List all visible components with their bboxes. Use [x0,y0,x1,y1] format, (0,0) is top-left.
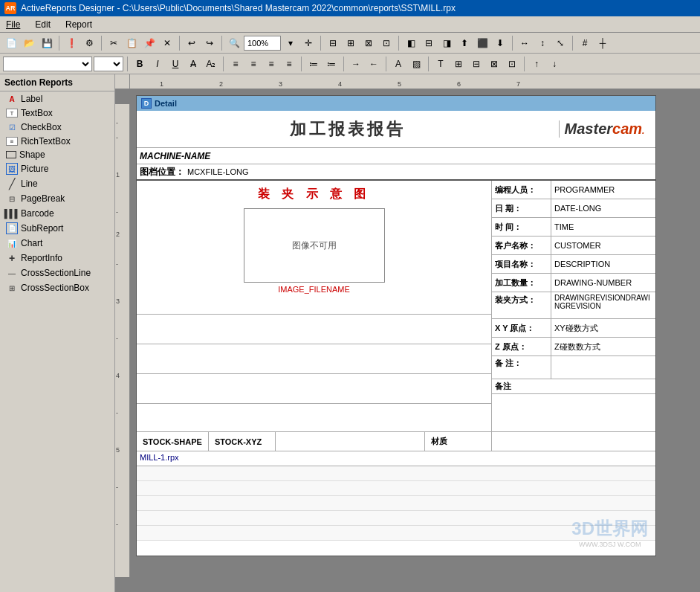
align-l[interactable]: ◧ [403,35,419,51]
menu-report[interactable]: Report [62,18,95,31]
crosssectionline-icon: — [6,267,18,279]
menu-edit[interactable]: Edit [32,18,54,31]
align-left-btn[interactable]: ≡ [227,56,244,72]
bold-btn[interactable]: B [132,56,148,72]
paste-button[interactable]: 📌 [141,35,158,51]
align-center-btn[interactable]: ≡ [245,56,262,72]
sidebar-item-crosssectionline[interactable]: — CrossSectionLine [0,266,114,280]
align-btn4[interactable]: ⊡ [378,35,395,51]
canvas-area[interactable]: 1 2 3 4 5 6 7 - - 1 - 2 - 3 - 4 - [115,74,700,592]
tb-extra4[interactable]: ⊠ [486,56,502,72]
sidebar-item-picture[interactable]: 🖼 Picture [0,161,114,176]
crosssectionbox-icon: ⊞ [6,282,18,294]
zoom-input[interactable] [244,36,281,51]
color-btn[interactable]: A [390,56,406,72]
sidebar-item-line[interactable]: ╱ Line [0,176,114,191]
report-page: D Detail 加工报表报告 Mastercam. MACHINE-NAME … [136,95,656,556]
strikethrough-btn[interactable]: A̶ [185,56,201,72]
right-info-panel: 编程人员： PROGRAMMER 日 期： DATE-LONG 时 间： TIM… [492,181,655,431]
left-content: 装 夹 示 意 图 图像不可用 IMAGE_FILENAME [137,181,492,431]
copy-button[interactable]: 📋 [123,35,140,51]
tb-extra7[interactable]: ↓ [546,56,563,72]
align-btn1[interactable]: ⊟ [325,35,341,51]
size-w[interactable]: ↔ [516,35,533,51]
outdent-btn[interactable]: ← [366,56,382,72]
sidebar-item-reportinfo[interactable]: + ReportInfo [0,251,114,266]
undo-button[interactable]: ↩ [184,35,200,51]
align-t[interactable]: ⬆ [456,35,473,51]
tb-move-btn[interactable]: ✛ [300,35,317,51]
justify-btn[interactable]: ≡ [281,56,297,72]
open-button[interactable]: 📂 [21,35,37,51]
sep5 [320,36,321,51]
tb-extra5[interactable]: ⊡ [504,56,520,72]
size-h[interactable]: ↕ [534,35,551,51]
tb-extra6[interactable]: ↑ [528,56,545,72]
align-right-btn[interactable]: ≡ [263,56,279,72]
info-value-6: DRAWINGREVISIONDRAWINGREVISION [551,292,655,312]
align-btn3[interactable]: ⊠ [360,35,377,51]
tb-extra3[interactable]: ⊟ [468,56,485,72]
sidebar-item-subreport[interactable]: 📄 SubReport [0,221,114,236]
redo-button[interactable]: ↪ [201,35,218,51]
sep14 [428,57,429,71]
align-m[interactable]: ⬛ [474,35,490,51]
zoom-dropdown[interactable]: ▾ [282,35,299,51]
indent-btn[interactable]: → [348,56,364,72]
size-selector[interactable] [94,57,123,71]
file-path-row: 图档位置： MCXFILE-LONG [137,164,655,181]
sidebar-item-barcode[interactable]: ▌▌▌ Barcode [0,206,114,221]
fixture-text: 装 夹 示 意 图 [258,187,371,202]
tb-extra1[interactable]: T [432,56,449,72]
delete-button[interactable]: ✕ [159,35,175,51]
empty-area-3 [137,374,491,404]
sidebar-item-checkbox[interactable]: ☑ CheckBox [0,120,114,135]
sidebar-item-chart[interactable]: 📊 Chart [0,236,114,251]
new-button[interactable]: 📄 [3,35,19,51]
sidebar-item-crosssectionbox[interactable]: ⊞ CrossSectionBox [0,280,114,295]
save-button[interactable]: 💾 [39,35,55,51]
info-value-3: CUSTOMER [551,239,655,251]
grid-btn[interactable]: # [577,35,593,51]
menu-file[interactable]: File [3,18,23,31]
sidebar-item-textbox[interactable]: T TextBox [0,106,114,120]
font-selector[interactable] [3,57,92,71]
sidebar-item-pagebreak[interactable]: ⊟ PageBreak [0,191,114,206]
tb-btn1[interactable]: ❗ [63,35,80,51]
tb-extra2[interactable]: ⊞ [450,56,467,72]
chart-icon: 📊 [6,237,18,249]
info-label-2: 时 间： [492,218,551,236]
guide-btn[interactable]: ┼ [594,35,611,51]
sep4 [221,36,222,51]
italic-btn[interactable]: I [149,56,166,72]
info-value-4: DESCRIPTION [551,258,655,270]
bg-color-btn[interactable]: ▨ [408,56,424,72]
info-row-1: 日 期： DATE-LONG [492,199,655,218]
info-label-6: 装夹方式： [492,292,551,318]
sidebar-item-shape[interactable]: Shape [0,148,114,161]
align-btn2[interactable]: ⊞ [343,35,359,51]
watermark-3d-text: 3D世界网 [571,517,648,541]
sidebar-item-label[interactable]: A Label [0,91,114,106]
subscript-btn[interactable]: A₂ [203,56,219,72]
align-b[interactable]: ⬇ [492,35,508,51]
mastercam-cam-text: cam [612,120,642,137]
print-preview-btn[interactable]: 🔍 [226,35,242,51]
pagebreak-icon: ⊟ [6,193,18,205]
stock-row: STOCK-SHAPE STOCK-XYZ 材质 [137,432,655,451]
list-btn[interactable]: ≔ [305,56,322,72]
bottom-row-2 [137,481,655,496]
sidebar-item-richtextbox[interactable]: ≡ RichTextBox [0,135,114,148]
cut-button[interactable]: ✂ [106,35,122,51]
ordered-list-btn[interactable]: ≔ [323,56,340,72]
label-icon: A [6,93,18,105]
ruler-top: 1 2 3 4 5 6 7 [115,74,700,89]
tb-btn2[interactable]: ⚙ [81,35,97,51]
info-label-5: 加工数量： [492,274,551,292]
align-c[interactable]: ⊟ [421,35,437,51]
size-both[interactable]: ⤡ [552,35,568,51]
underline-btn[interactable]: U [167,56,184,72]
title-row: 加工报表报告 Mastercam. [137,111,655,148]
align-r[interactable]: ◨ [438,35,455,51]
empty-area-1 [137,315,491,344]
